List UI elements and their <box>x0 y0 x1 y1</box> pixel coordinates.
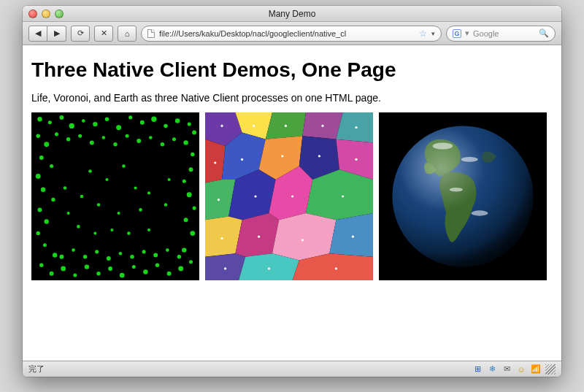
svg-point-74 <box>105 178 108 181</box>
address-dropdown-icon[interactable]: ▾ <box>431 30 435 37</box>
svg-point-12 <box>164 124 168 128</box>
forward-icon: ▶ <box>54 28 60 38</box>
search-icon: 🔍 <box>539 28 549 38</box>
svg-point-72 <box>177 255 182 259</box>
svg-point-46 <box>143 269 147 274</box>
svg-point-126 <box>220 237 223 239</box>
demo-voronoi[interactable] <box>205 112 373 280</box>
svg-point-113 <box>253 125 255 127</box>
svg-point-51 <box>182 247 186 252</box>
svg-point-41 <box>85 264 89 269</box>
window-title: Many Demo <box>23 9 561 19</box>
svg-point-83 <box>127 231 131 235</box>
svg-point-47 <box>155 264 160 268</box>
demo-earth[interactable] <box>379 112 547 280</box>
svg-point-4 <box>69 123 74 128</box>
demo-life[interactable] <box>31 112 199 280</box>
svg-point-65 <box>95 250 99 253</box>
toolbar: ◀ ▶ ⟳ ✕ ⌂ file:///Users/kaku/Desktop/nac… <box>23 22 561 45</box>
svg-point-62 <box>59 255 64 259</box>
nav-group: ◀ ▶ <box>28 26 66 42</box>
browser-window: Many Demo ◀ ▶ ⟳ ✕ ⌂ file:///Users/kaku/D… <box>23 6 561 377</box>
svg-point-71 <box>166 248 169 252</box>
traffic-lights <box>28 9 64 18</box>
bookmark-star-icon[interactable]: ☆ <box>419 28 427 39</box>
status-icons: ⊞ ❄ ✉ ☺ 📶 <box>472 364 556 374</box>
search-engine-icon: G <box>453 29 461 38</box>
svg-point-5 <box>82 119 85 123</box>
svg-point-42 <box>96 272 101 276</box>
svg-point-68 <box>130 255 134 259</box>
reload-button[interactable]: ⟳ <box>71 26 90 42</box>
svg-point-18 <box>55 132 58 136</box>
svg-point-118 <box>241 158 243 161</box>
stop-icon: ✕ <box>101 28 107 38</box>
url-text: file:///Users/kaku/Desktop/nacl/googlecl… <box>159 29 415 38</box>
svg-point-129 <box>352 236 354 238</box>
svg-point-10 <box>140 120 145 125</box>
svg-point-112 <box>220 125 223 127</box>
svg-point-9 <box>128 115 132 119</box>
svg-point-124 <box>291 195 293 197</box>
svg-point-22 <box>50 164 53 168</box>
svg-point-117 <box>214 161 216 164</box>
stop-button[interactable]: ✕ <box>94 26 113 42</box>
smiley-icon[interactable]: ☺ <box>516 364 526 374</box>
feed-icon[interactable]: 📶 <box>531 364 541 374</box>
svg-point-116 <box>355 126 357 128</box>
svg-point-8 <box>116 125 121 130</box>
svg-point-27 <box>51 198 55 202</box>
back-button[interactable]: ◀ <box>28 26 47 42</box>
svg-point-48 <box>167 272 172 276</box>
home-icon: ⌂ <box>125 29 130 38</box>
svg-point-24 <box>189 167 193 172</box>
svg-point-26 <box>41 188 45 192</box>
svg-point-127 <box>258 236 260 238</box>
address-bar[interactable]: file:///Users/kaku/Desktop/nacl/googlecl… <box>141 26 442 42</box>
svg-point-86 <box>93 232 96 235</box>
search-field[interactable]: G ▾ Google 🔍 <box>446 26 556 42</box>
svg-point-77 <box>97 203 101 207</box>
svg-point-34 <box>190 231 195 236</box>
svg-point-61 <box>172 137 176 141</box>
svg-point-55 <box>102 136 106 139</box>
home-button[interactable]: ⌂ <box>118 26 137 42</box>
svg-point-88 <box>168 178 171 181</box>
minimize-button[interactable] <box>42 9 50 18</box>
svg-point-89 <box>64 186 67 190</box>
status-text: 完了 <box>28 364 45 374</box>
zoom-button[interactable] <box>55 9 64 18</box>
svg-point-31 <box>44 219 48 223</box>
close-button[interactable] <box>28 9 37 18</box>
search-engine-dropdown-icon[interactable]: ▾ <box>465 28 469 38</box>
svg-point-13 <box>175 118 180 123</box>
svg-point-84 <box>147 228 150 231</box>
svg-point-14 <box>188 123 191 126</box>
svg-point-29 <box>187 192 192 197</box>
svg-point-11 <box>151 117 156 122</box>
svg-point-30 <box>193 207 196 210</box>
svg-point-6 <box>93 122 97 126</box>
svg-point-128 <box>301 239 304 241</box>
svg-point-63 <box>72 248 75 252</box>
svg-point-58 <box>137 139 141 143</box>
svg-point-85 <box>77 225 80 228</box>
snow-icon[interactable]: ❄ <box>487 364 497 374</box>
svg-point-78 <box>118 212 120 215</box>
forward-button[interactable]: ▶ <box>47 26 66 42</box>
svg-point-115 <box>321 125 323 127</box>
svg-point-16 <box>36 134 40 138</box>
resize-handle[interactable] <box>545 364 556 374</box>
svg-point-36 <box>53 253 57 257</box>
svg-point-44 <box>120 273 125 278</box>
svg-point-1 <box>37 117 42 121</box>
page-content: Three Native Client Demos, One Page Life… <box>23 45 561 361</box>
svg-point-80 <box>147 191 150 194</box>
delicious-icon[interactable]: ⊞ <box>472 364 483 374</box>
svg-point-130 <box>224 267 226 269</box>
svg-point-114 <box>285 125 287 127</box>
status-bar: 完了 ⊞ ❄ ✉ ☺ 📶 <box>23 361 561 377</box>
svg-point-70 <box>153 253 158 258</box>
reload-icon: ⟳ <box>77 28 84 38</box>
mail-icon[interactable]: ✉ <box>502 364 512 374</box>
